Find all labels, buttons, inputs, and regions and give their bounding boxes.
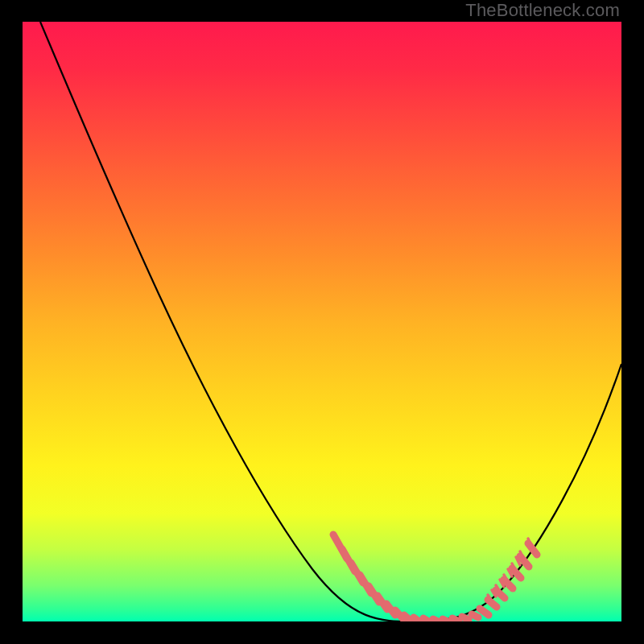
- highlight-ticks-left: [333, 535, 411, 621]
- svg-line-12: [443, 619, 449, 621]
- svg-line-15: [472, 614, 478, 617]
- svg-line-9: [414, 617, 420, 621]
- svg-line-10: [423, 618, 430, 621]
- svg-line-16: [480, 609, 489, 615]
- chart-container: TheBottleneck.com: [0, 0, 644, 644]
- highlight-small-ticks-right: [488, 539, 532, 601]
- curve-right-branch: [413, 364, 621, 621]
- highlight-ticks-flat: [414, 614, 478, 621]
- highlight-ticks-right: [480, 543, 537, 615]
- curve-svg: [23, 22, 621, 621]
- svg-line-11: [433, 619, 440, 621]
- svg-line-14: [462, 617, 469, 620]
- gradient-plot-area: [23, 22, 621, 621]
- curve-left-branch: [40, 22, 413, 621]
- watermark-text: TheBottleneck.com: [465, 0, 620, 21]
- svg-line-13: [452, 618, 459, 621]
